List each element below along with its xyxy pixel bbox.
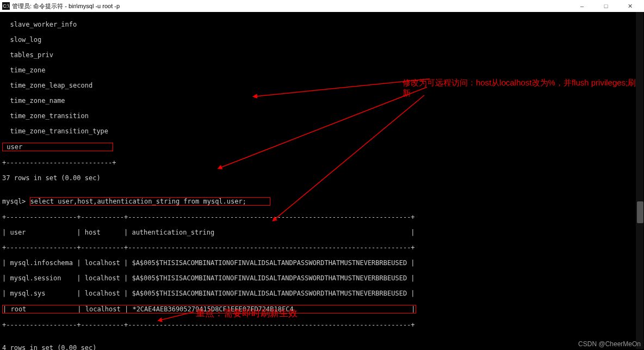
annotation-flush-important: 重点：需要即时刷新生效 [196, 307, 298, 320]
table-separator: +------------------+-----------+--------… [2, 321, 642, 329]
table-list-line: time_zone_transition_type [2, 127, 642, 135]
window-titlebar: C:\ 管理员: 命令提示符 - bin\mysql -u root -p – … [0, 0, 644, 12]
watermark-text: CSDN @CheerMeOn [578, 340, 641, 348]
minimize-button[interactable]: – [570, 0, 594, 12]
output-line: +---------------------------+ [2, 159, 642, 167]
table-separator: +------------------+-----------+--------… [2, 213, 642, 221]
table-row: | mysql.infoschema | localhost | $A$005$… [2, 259, 642, 267]
scrollbar-thumb[interactable] [637, 201, 643, 223]
window-title: 管理员: 命令提示符 - bin\mysql -u root -p [12, 2, 120, 10]
output-line: 4 rows in set (0.00 sec) [2, 344, 642, 350]
table-list-line: slow_log [2, 36, 642, 44]
app-icon: C:\ [2, 2, 10, 10]
table-list-line: tables_priv [2, 51, 642, 59]
table-list-line: time_zone [2, 66, 642, 74]
highlight-select-query: select user,host,authentication_string f… [30, 197, 271, 206]
terminal-output[interactable]: slave_worker_info slow_log tables_priv t… [0, 12, 644, 350]
close-button[interactable]: ✕ [618, 0, 642, 12]
maximize-button[interactable]: □ [594, 0, 618, 12]
table-list-line: slave_worker_info [2, 21, 642, 28]
table-row: | mysql.session | localhost | $A$005$THI… [2, 274, 642, 282]
mysql-prompt: mysql> [2, 198, 30, 205]
table-list-line: time_zone_transition [2, 112, 642, 120]
annotation-remote-access: 修改为可远程访问：host从localhost改为%，并flush privil… [403, 78, 644, 99]
table-header: | user | host | authentication_string | [2, 229, 642, 236]
scrollbar-track[interactable] [636, 12, 643, 349]
output-line: 37 rows in set (0.00 sec) [2, 174, 642, 182]
table-row: | mysql.sys | localhost | $A$005$THISISA… [2, 290, 642, 297]
highlight-user-table: user [2, 143, 113, 151]
table-separator: +------------------+-----------+--------… [2, 244, 642, 251]
